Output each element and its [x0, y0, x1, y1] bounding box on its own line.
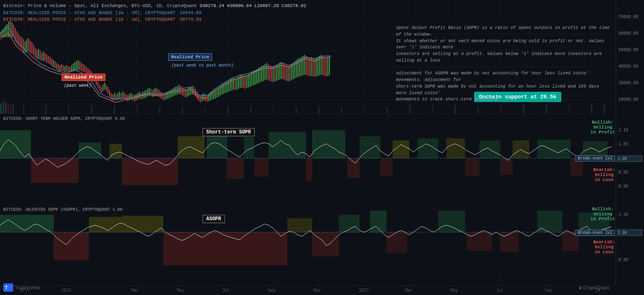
svg-rect-213: [245, 76, 246, 89]
svg-rect-84: [31, 42, 32, 54]
svg-rect-137: [119, 92, 120, 99]
sopr-breakeven-text: Break-even lvl: [578, 156, 613, 161]
svg-rect-102: [61, 64, 62, 71]
svg-text:50000.00: 50000.00: [618, 48, 638, 52]
svg-text:TradingView: TradingView: [15, 285, 40, 290]
svg-rect-91: [43, 52, 44, 61]
svg-text:60000.00: 60000.00: [618, 31, 638, 36]
svg-rect-93: [46, 55, 47, 63]
svg-rect-216: [250, 74, 250, 87]
svg-rect-39: [45, 105, 47, 114]
svg-text:Sep: Sep: [268, 288, 275, 293]
svg-rect-89: [40, 50, 41, 60]
svg-text:1.00: 1.00: [618, 231, 627, 235]
svg-rect-286: [306, 158, 312, 181]
svg-rect-80: [25, 41, 26, 53]
btc-line1: BITCOIN: REALIZED PRICE - UTXO AGE BANDS…: [3, 10, 306, 17]
svg-rect-60: [523, 105, 524, 114]
svg-rect-200: [223, 83, 224, 94]
svg-rect-177: [185, 90, 186, 98]
svg-rect-186: [200, 96, 201, 102]
svg-rect-59: [500, 105, 501, 114]
svg-text:0.80: 0.80: [618, 257, 628, 262]
svg-rect-132: [111, 93, 112, 100]
svg-rect-197: [218, 88, 219, 97]
realized-price-1-sub: (past week): [64, 83, 91, 88]
svg-text:Mar: Mar: [405, 288, 413, 293]
svg-rect-163: [162, 93, 163, 99]
svg-rect-237: [284, 64, 285, 80]
svg-rect-117: [86, 67, 87, 74]
svg-rect-33: [2, 101, 4, 114]
svg-rect-104: [64, 66, 65, 72]
svg-rect-128: [104, 83, 105, 90]
sopr-bullish-text: Bullish: Selling in Profit: [591, 120, 615, 135]
svg-rect-58: [477, 106, 479, 114]
svg-rect-171: [175, 87, 176, 95]
svg-text:1.20: 1.20: [618, 212, 628, 217]
svg-rect-287: [347, 158, 360, 178]
svg-rect-232: [276, 65, 277, 81]
sopr-bullish-label: Bullish: Selling in Profit: [591, 120, 615, 135]
svg-rect-126: [101, 87, 102, 93]
svg-rect-131: [109, 90, 110, 97]
sopr-title: BITCOIN: SHORT TERM HOLDER SOPR, CRYPTOQ…: [3, 117, 125, 121]
svg-rect-146: [134, 95, 135, 101]
realized-price-2-sub-text: (past week to past month): [172, 63, 234, 68]
asopr-breakeven-box: Break-even lvl: [575, 230, 615, 236]
svg-rect-34: [5, 102, 7, 114]
svg-rect-223: [261, 66, 262, 82]
svg-rect-300: [438, 211, 465, 232]
svg-rect-87: [36, 50, 37, 59]
svg-rect-106: [68, 66, 69, 72]
btc-line2-label: BITCOIN: REALIZED PRICE - UTXO AGE BANDS…: [3, 17, 175, 22]
svg-text:Jul: Jul: [222, 288, 230, 293]
svg-rect-56: [432, 105, 433, 114]
short-term-sopr-text: Short-term SOPR: [206, 129, 251, 135]
sopr-bearish-label: Bearish: Selling in Loss: [593, 167, 615, 182]
realized-price-2-box: Realized Price: [168, 53, 212, 61]
svg-rect-311: [616, 0, 644, 295]
svg-rect-252: [309, 58, 310, 76]
sopr-info-box: Spent Output Profit Ratio (SOPR) is a ra…: [396, 25, 611, 103]
svg-rect-188: [203, 93, 204, 100]
svg-rect-220: [256, 69, 257, 84]
svg-rect-160: [157, 89, 158, 96]
svg-rect-284: [227, 158, 244, 179]
chart-container: 70000.00 60000.00 50000.00 40000.00 3000…: [0, 0, 644, 295]
svg-rect-169: [172, 89, 173, 97]
svg-rect-36: [10, 103, 12, 114]
svg-rect-38: [23, 102, 24, 114]
asopr-title-text: BITCOIN: ADJUSTED SOPR (ASOPR), CRYPTOQU…: [3, 207, 122, 212]
svg-text:1.05: 1.05: [618, 142, 628, 146]
svg-rect-133: [112, 94, 113, 100]
chart-header: Bitcoin: Price & Volume - Spot, All Exch…: [3, 2, 306, 23]
svg-rect-238: [286, 65, 287, 81]
svg-text:May: May: [177, 288, 184, 293]
realized-price-2-title: Realized Price: [171, 55, 209, 59]
asopr-bearish-label: Bearish: Selling in Loss: [593, 240, 615, 255]
svg-text:Sep: Sep: [545, 288, 552, 293]
svg-rect-95: [50, 57, 50, 64]
svg-rect-116: [84, 65, 85, 72]
btc-line2-val: 30779.59: [179, 17, 201, 22]
svg-rect-236: [283, 63, 284, 79]
svg-rect-127: [103, 85, 103, 91]
svg-rect-98: [55, 61, 55, 68]
svg-rect-156: [150, 89, 151, 96]
realized-price-1-title: Realized Price: [64, 75, 103, 80]
svg-rect-45: [182, 107, 183, 114]
svg-rect-125: [99, 85, 100, 90]
svg-rect-112: [78, 60, 79, 70]
svg-rect-100: [58, 64, 59, 71]
svg-rect-90: [41, 53, 42, 61]
svg-rect-268: [110, 144, 122, 158]
high-price: H30600.94: [227, 3, 251, 8]
svg-rect-230: [273, 67, 274, 82]
asopr-title: BITCOIN: ADJUSTED SOPR (ASOPR), CRYPTOQU…: [3, 207, 122, 212]
sopr-breakeven-box: Break-even lvl: [575, 155, 615, 162]
btc-line1-label: BITCOIN: REALIZED PRICE - UTXO AGE BANDS…: [3, 10, 175, 15]
svg-rect-88: [38, 49, 39, 59]
svg-rect-241: [291, 64, 292, 80]
svg-rect-51: [318, 107, 320, 114]
